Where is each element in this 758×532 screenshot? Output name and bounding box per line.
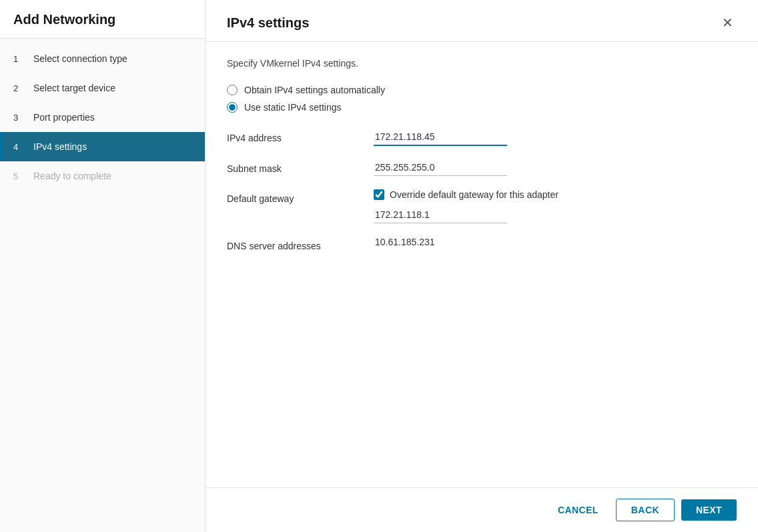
sidebar-title: Add Networking [0,0,205,39]
dns-row: DNS server addresses 10.61.185.231 [227,237,737,251]
radio-label-obtain: Obtain IPv4 settings automatically [244,85,385,95]
cancel-button[interactable]: CANCEL [547,499,609,521]
step-number-4: 4 [13,142,27,152]
main-header: IPv4 settings ✕ [206,0,758,42]
radio-input-obtain[interactable] [227,85,238,95]
ipv4-mode-radio-group: Obtain IPv4 settings automatically Use s… [227,85,737,113]
override-gateway-checkbox-row: Override default gateway for this adapte… [374,189,737,200]
dns-label: DNS server addresses [227,237,374,251]
step-label-5: Ready to complete [33,171,111,181]
dns-value: 10.61.185.231 [374,234,436,251]
gateway-input[interactable] [374,207,507,223]
override-gateway-label: Override default gateway for this adapte… [390,189,558,200]
radio-label-static: Use static IPv4 settings [244,102,342,113]
sidebar-item-ipv4-settings[interactable]: 4 IPv4 settings [0,132,205,161]
sidebar-item-connection-type[interactable]: 1 Select connection type [0,44,205,73]
gateway-input-container [374,207,737,223]
step-number-3: 3 [13,113,27,123]
default-gateway-label: Default gateway [227,189,374,204]
dns-field: 10.61.185.231 [374,237,737,247]
page-title: IPv4 settings [227,15,309,31]
radio-obtain-auto[interactable]: Obtain IPv4 settings automatically [227,85,737,95]
step-label-1: Select connection type [33,53,127,64]
main-body: Specify VMkernel IPv4 settings. Obtain I… [206,42,758,487]
sidebar-item-target-device[interactable]: 2 Select target device [0,73,205,103]
sidebar-item-ready-to-complete: 5 Ready to complete [0,161,205,191]
radio-use-static[interactable]: Use static IPv4 settings [227,102,737,113]
step-number-2: 2 [13,83,27,93]
ipv4-address-label: IPv4 address [227,129,374,143]
default-gateway-row: Default gateway Override default gateway… [227,189,737,223]
ipv4-address-row: IPv4 address [227,129,737,146]
step-label-3: Port properties [33,112,95,123]
step-number-5: 5 [13,171,27,181]
ipv4-address-input[interactable] [374,129,507,146]
subtitle-text: Specify VMkernel IPv4 settings. [227,58,737,69]
back-button[interactable]: BACK [616,499,675,521]
radio-input-static[interactable] [227,102,238,113]
sidebar-item-port-properties[interactable]: 3 Port properties [0,103,205,132]
ipv4-address-field [374,129,737,146]
subnet-mask-field [374,159,737,176]
next-button[interactable]: NEXT [681,499,737,521]
sidebar: Add Networking 1 Select connection type … [0,0,206,532]
step-label-2: Select target device [33,83,115,93]
override-gateway-checkbox[interactable] [374,189,384,200]
subnet-mask-label: Subnet mask [227,159,374,174]
form-table: IPv4 address Subnet mask Default gateway [227,129,737,251]
subnet-mask-row: Subnet mask [227,159,737,176]
main-footer: CANCEL BACK NEXT [206,487,758,532]
step-number-1: 1 [13,54,27,64]
step-label-4: IPv4 settings [33,141,87,152]
subnet-mask-input[interactable] [374,159,507,176]
default-gateway-field: Override default gateway for this adapte… [374,189,737,223]
main-content: IPv4 settings ✕ Specify VMkernel IPv4 se… [206,0,758,532]
modal-dialog: Add Networking 1 Select connection type … [0,0,758,532]
close-button[interactable]: ✕ [718,13,737,32]
sidebar-steps: 1 Select connection type 2 Select target… [0,39,205,532]
